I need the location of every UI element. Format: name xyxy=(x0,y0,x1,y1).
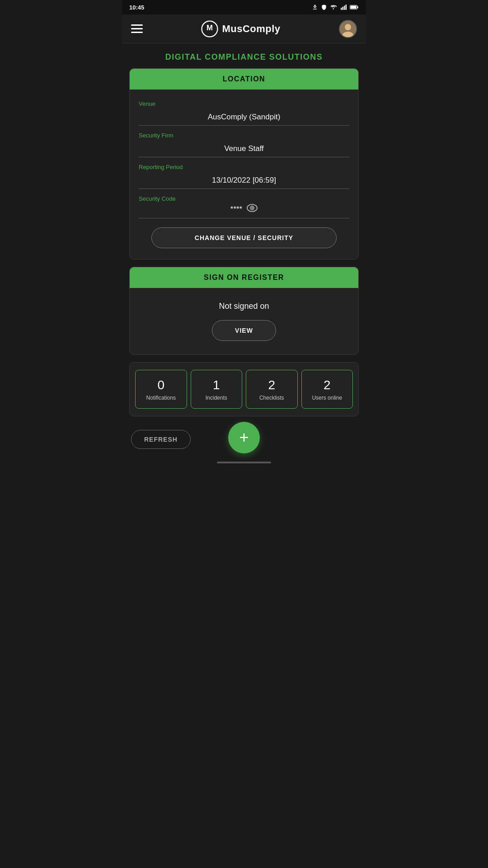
users-online-value: 2 xyxy=(305,377,349,393)
plus-icon: + xyxy=(239,428,249,447)
svg-text:M: M xyxy=(206,24,213,32)
users-online-label: Users online xyxy=(305,395,349,401)
sign-on-card-header: SIGN ON REGISTER xyxy=(130,267,358,288)
svg-point-15 xyxy=(251,207,253,209)
svg-rect-3 xyxy=(344,6,345,10)
stat-incidents[interactable]: 1 Incidents xyxy=(191,370,243,409)
security-firm-value: Venue Staff xyxy=(139,141,349,157)
toggle-visibility-icon[interactable] xyxy=(247,204,258,214)
wifi-icon xyxy=(330,4,337,10)
checklists-label: Checklists xyxy=(250,395,294,401)
security-firm-label: Security Firm xyxy=(139,132,349,139)
logo-text: MusComply xyxy=(222,23,280,35)
location-card-body: Venue AusComply (Sandpit) Security Firm … xyxy=(130,90,358,259)
status-bar: 10:45 xyxy=(122,0,366,14)
menu-button[interactable] xyxy=(131,24,143,33)
security-code-row: **** xyxy=(139,204,349,218)
svg-rect-6 xyxy=(357,6,358,8)
security-code-label: Security Code xyxy=(139,195,349,202)
stat-users-online[interactable]: 2 Users online xyxy=(301,370,353,409)
stat-checklists[interactable]: 2 Checklists xyxy=(246,370,298,409)
signal-icon xyxy=(340,4,347,10)
svg-rect-4 xyxy=(346,5,347,10)
refresh-button[interactable]: REFRESH xyxy=(131,430,191,449)
add-button[interactable]: + xyxy=(228,422,260,453)
download-icon xyxy=(312,4,318,10)
avatar[interactable] xyxy=(339,20,357,38)
reporting-period-value: 13/10/2022 [06:59] xyxy=(139,172,349,189)
view-button[interactable]: VIEW xyxy=(212,320,276,341)
svg-point-11 xyxy=(345,24,351,30)
stat-notifications[interactable]: 0 Notifications xyxy=(135,370,187,409)
security-firm-field: Security Firm Venue Staff xyxy=(139,132,349,157)
location-card: LOCATION Venue AusComply (Sandpit) Secur… xyxy=(129,68,359,259)
stats-row: 0 Notifications 1 Incidents 2 Checklists… xyxy=(135,370,353,409)
notifications-label: Notifications xyxy=(139,395,183,401)
security-code-value: **** xyxy=(230,205,242,214)
incidents-label: Incidents xyxy=(195,395,239,401)
svg-rect-2 xyxy=(343,7,343,10)
sign-on-card-body: Not signed on VIEW xyxy=(130,288,358,354)
stats-card: 0 Notifications 1 Incidents 2 Checklists… xyxy=(129,362,359,416)
location-card-header: LOCATION xyxy=(130,69,358,90)
home-indicator xyxy=(217,462,271,463)
reporting-period-label: Reporting Period xyxy=(139,164,349,170)
svg-rect-7 xyxy=(351,6,357,9)
reporting-period-field: Reporting Period 13/10/2022 [06:59] xyxy=(139,164,349,189)
sign-on-status: Not signed on xyxy=(139,292,349,316)
header: M MusComply xyxy=(122,14,366,43)
checklists-value: 2 xyxy=(250,377,294,393)
notifications-value: 0 xyxy=(139,377,183,393)
security-code-field: Security Code **** xyxy=(139,195,349,218)
logo: M MusComply xyxy=(201,20,280,38)
svg-point-0 xyxy=(333,8,334,9)
bottom-bar: REFRESH + xyxy=(122,424,366,458)
incidents-value: 1 xyxy=(195,377,239,393)
page-subtitle: DIGITAL COMPLIANCE SOLUTIONS xyxy=(122,43,366,68)
shield-icon xyxy=(321,4,327,10)
sign-on-card: SIGN ON REGISTER Not signed on VIEW xyxy=(129,267,359,355)
change-venue-button[interactable]: CHANGE VENUE / SECURITY xyxy=(151,227,337,248)
battery-icon xyxy=(350,5,359,10)
venue-value: AusComply (Sandpit) xyxy=(139,109,349,126)
svg-rect-1 xyxy=(341,8,342,10)
venue-label: Venue xyxy=(139,100,349,107)
logo-icon: M xyxy=(201,20,218,38)
venue-field: Venue AusComply (Sandpit) xyxy=(139,100,349,126)
status-time: 10:45 xyxy=(129,4,144,11)
status-icons xyxy=(312,4,359,10)
